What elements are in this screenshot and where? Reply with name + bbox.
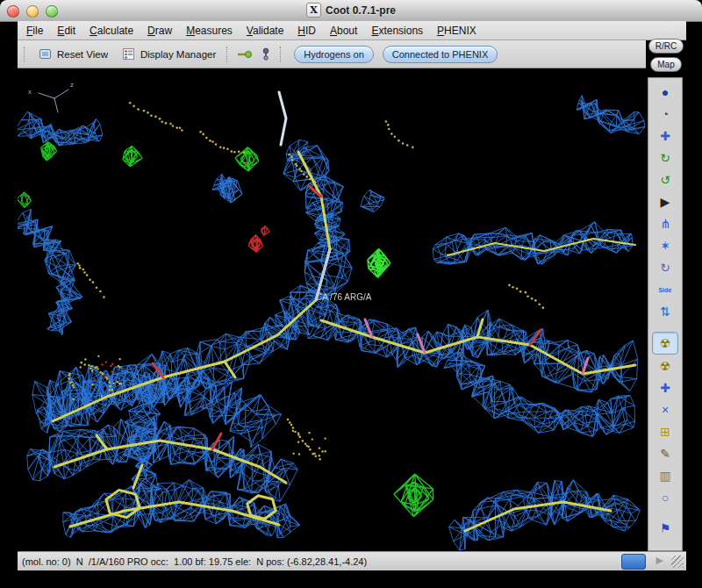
- refine-zone-icon[interactable]: ↻: [653, 147, 677, 169]
- reset-view-button[interactable]: Reset View: [32, 46, 112, 62]
- toolbar: Reset View Display Manager Hydrogens on …: [18, 40, 646, 68]
- add-terminal-residue-icon[interactable]: ☢: [652, 332, 678, 355]
- axis-x-label: x: [28, 88, 32, 96]
- display-manager-button[interactable]: Display Manager: [116, 46, 220, 62]
- menu-extensions[interactable]: Extensions: [364, 23, 430, 39]
- zoom-button[interactable]: [46, 5, 58, 18]
- rotamers-icon[interactable]: ✶: [653, 235, 677, 256]
- run-refinement-icon[interactable]: ☢: [653, 355, 677, 376]
- phenix-status-toggle[interactable]: Connected to PHENIX: [383, 46, 498, 63]
- titlebar[interactable]: X Coot 0.7.1-pre: [0, 0, 702, 22]
- hydrogens-toggle[interactable]: Hydrogens on: [294, 46, 374, 63]
- menu-phenix[interactable]: PHENIX: [430, 23, 484, 39]
- sphere-icon[interactable]: ●: [653, 82, 677, 103]
- expand-icon[interactable]: ▶: [656, 555, 663, 566]
- menu-edit[interactable]: Edit: [50, 23, 82, 39]
- pointer-icon[interactable]: ▶: [653, 191, 677, 212]
- menu-hid[interactable]: HID: [290, 23, 323, 39]
- menu-about[interactable]: About: [323, 23, 364, 39]
- toolbar-separator: [226, 47, 229, 62]
- side-chain-flip-icon[interactable]: Side: [653, 279, 677, 300]
- menu-bar: FileEditCalculateDrawMeasuresValidateHID…: [18, 21, 686, 40]
- menu-measures[interactable]: Measures: [179, 23, 240, 39]
- rail-top: R/RC Map: [646, 39, 686, 72]
- coot-window: X Coot 0.7.1-pre FileEditCalculateDrawMe…: [0, 0, 702, 588]
- density-canvas[interactable]: [18, 68, 646, 551]
- delete-item-icon[interactable]: ▥: [653, 465, 677, 486]
- traffic-lights: [7, 5, 65, 18]
- toolbar-handle: [24, 47, 26, 62]
- window-title: Coot 0.7.1-pre: [326, 4, 396, 17]
- goto-residue-icon[interactable]: [258, 47, 274, 61]
- menu-draw[interactable]: Draw: [140, 23, 179, 39]
- reset-view-icon: [37, 47, 54, 61]
- add-atom-icon[interactable]: ⊞: [653, 421, 677, 442]
- recentre-icon[interactable]: ◔: [653, 104, 677, 125]
- menu-validate[interactable]: Validate: [240, 23, 291, 39]
- x11-icon: X: [306, 3, 321, 18]
- undo-icon[interactable]: ○: [653, 487, 677, 508]
- map-button[interactable]: Map: [650, 57, 681, 72]
- toolbar-separator: [280, 47, 283, 62]
- edit-chi-angles-icon[interactable]: ↻: [653, 257, 677, 278]
- pencil-icon[interactable]: ✎: [653, 443, 677, 464]
- menu-calculate[interactable]: Calculate: [82, 23, 140, 39]
- menu-file[interactable]: File: [19, 23, 50, 39]
- title-area: X Coot 0.7.1-pre: [306, 3, 396, 18]
- move-zone-icon[interactable]: ✚: [653, 125, 677, 147]
- regularize-zone-icon[interactable]: ↺: [653, 169, 677, 190]
- close-button[interactable]: [7, 5, 19, 18]
- status-text: (mol. no: 0) N /1/A/160 PRO occ: 1.00 bf…: [18, 556, 367, 567]
- reset-view-label: Reset View: [57, 49, 108, 60]
- modelling-toolbar: ●◔✚↻↺▶⋔✶↻Side⇅☢☢✚×⊞✎▥○⚑: [648, 77, 683, 551]
- gl-viewport[interactable]: x z CA /76 ARG/A: [18, 68, 646, 551]
- fix-atom-icon[interactable]: ✚: [653, 377, 677, 398]
- status-bar: (mol. no: 0) N /1/A/160 PRO occ: 1.00 bf…: [18, 551, 686, 570]
- display-manager-icon: [120, 47, 137, 61]
- atom-label: CA /76 ARG/A: [316, 292, 371, 302]
- rrc-button[interactable]: R/RC: [648, 39, 684, 54]
- mutate-icon[interactable]: ×: [653, 399, 677, 420]
- status-indicator: [621, 554, 646, 570]
- minimize-button[interactable]: [26, 5, 39, 18]
- resize-grip[interactable]: [671, 556, 684, 568]
- axis-z-label: z: [70, 81, 74, 89]
- auto-fit-rotamer-icon[interactable]: ⋔: [653, 213, 677, 234]
- flag-icon[interactable]: ⚑: [653, 518, 677, 539]
- flip-peptide-icon[interactable]: ⇅: [653, 301, 677, 322]
- display-manager-label: Display Manager: [140, 49, 216, 60]
- goto-atom-icon[interactable]: [235, 48, 254, 61]
